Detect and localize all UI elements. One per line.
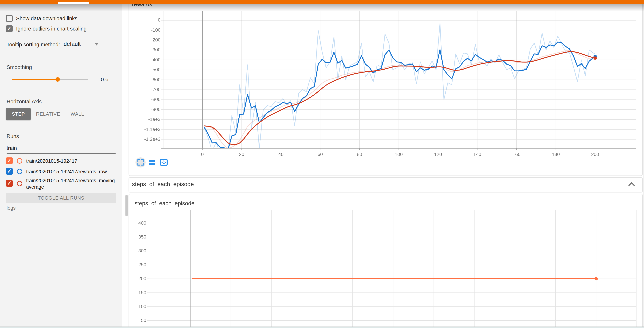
run-checkbox[interactable]: ✓ — [6, 168, 12, 174]
divider — [0, 57, 116, 57]
expand-chart-icon[interactable] — [137, 159, 144, 166]
x-tick-label: 80 — [348, 152, 370, 157]
runs-label: Runs — [6, 133, 19, 139]
x-tick-label: 40 — [270, 152, 292, 157]
tooltip-sorting-label: Tooltip sorting method: — [6, 42, 60, 48]
x-tick-label: 100 — [388, 152, 410, 157]
data-table-icon[interactable] — [149, 159, 156, 166]
y-tick-label: 0 — [131, 17, 160, 23]
smoothing-slider[interactable] — [12, 79, 88, 80]
x-tick-label: 60 — [309, 152, 331, 157]
logdir-label: logs — [6, 205, 16, 211]
show-download-links-checkbox[interactable] — [6, 15, 12, 22]
haxis-relative-button[interactable]: RELATIVE — [36, 108, 60, 120]
divider — [0, 129, 116, 129]
ignore-outliers-row: ✓ Ignore outliers in chart scaling — [0, 25, 122, 32]
y-tick-label: -900 — [131, 107, 160, 112]
run-label: train/20201015-192417/rewards_raw — [26, 168, 118, 175]
x-tick-label: 200 — [584, 152, 606, 157]
horizontal-axis-label: Horizontal Axis — [6, 99, 42, 105]
steps-section-title: steps_of_each_episode — [132, 181, 194, 187]
smoothing-value-input[interactable]: 0.6 — [94, 76, 116, 83]
run-row[interactable]: ✓ train/20201015-192417 — [0, 158, 122, 165]
run-filter-input[interactable]: train — [6, 145, 17, 151]
run-checkbox[interactable]: ✓ — [6, 158, 12, 164]
smoothing-slider-thumb[interactable] — [56, 77, 60, 82]
y-tick-label: -700 — [131, 87, 160, 92]
x-tick-label: 120 — [427, 152, 449, 157]
run-row[interactable]: ✓ train/20201015-192417/rewards_raw — [0, 168, 122, 175]
main-scrollbar-track[interactable] — [643, 4, 644, 328]
check-icon: ✓ — [7, 158, 12, 164]
y-tick-label: -300 — [131, 47, 160, 53]
run-label: train/20201015-192417 — [26, 158, 118, 164]
chevron-down-icon[interactable] — [94, 43, 98, 45]
collapse-chevron-up-icon[interactable] — [628, 182, 635, 186]
y-tick-label: -800 — [131, 97, 160, 102]
haxis-wall-button[interactable]: WALL — [69, 108, 86, 120]
check-icon: ✓ — [7, 168, 12, 174]
sidebar-scrollbar-track — [122, 4, 128, 328]
check-icon: ✓ — [7, 25, 12, 31]
y-tick-label: -400 — [131, 57, 160, 63]
smoothing-label: Smoothing — [6, 64, 32, 70]
active-tab-indicator — [58, 2, 89, 4]
run-row[interactable]: ✓ train/20201015-192417/rewards_moving_a… — [0, 177, 122, 191]
settings-sidebar: Show data download links ✓ Ignore outlie… — [0, 4, 122, 328]
y-tick-label: -100 — [131, 27, 160, 33]
run-filter-underline — [6, 153, 116, 154]
ignore-outliers-checkbox[interactable]: ✓ — [6, 25, 12, 32]
y-tick-label: -1.1e+3 — [131, 127, 160, 132]
tooltip-sorting-select[interactable]: default — [64, 41, 81, 47]
steps-section-header[interactable] — [128, 177, 643, 192]
y-tick-label: -1.2e+3 — [131, 137, 160, 142]
smoothing-value-underline — [94, 84, 116, 84]
x-tick-label: 160 — [506, 152, 528, 157]
run-color-circle[interactable] — [17, 169, 22, 174]
smoothing-slider-fill — [12, 79, 58, 80]
toggle-all-runs-button[interactable]: TOGGLE ALL RUNS — [6, 193, 116, 203]
haxis-step-button[interactable]: STEP — [6, 108, 31, 120]
show-download-links-label: Show data download links — [16, 15, 77, 21]
x-tick-label: 180 — [545, 152, 567, 157]
y-tick-label: -500 — [131, 67, 160, 72]
x-tick-label: 0 — [192, 152, 214, 157]
y-tick-label: -600 — [131, 77, 160, 83]
steps-plot-area[interactable] — [149, 210, 636, 327]
run-color-circle[interactable] — [17, 181, 22, 186]
sidebar-scrollbar-thumb[interactable] — [126, 195, 128, 216]
rewards-plot-area[interactable] — [163, 10, 636, 148]
y-tick-label: -200 — [131, 37, 160, 43]
y-tick-label: -1e+3 — [131, 117, 160, 122]
x-tick-label: 20 — [231, 152, 253, 157]
fit-domain-icon[interactable] — [160, 159, 168, 166]
show-download-links-row: Show data download links — [0, 15, 122, 22]
check-icon: ✓ — [7, 180, 12, 186]
divider — [0, 93, 116, 93]
app-toolbar — [0, 0, 644, 4]
tooltip-sorting-underline — [63, 49, 102, 49]
x-tick-label: 140 — [466, 152, 488, 157]
steps-chart-title: steps_of_each_episode — [134, 200, 194, 207]
run-label: train/20201015-192417/rewards_moving_ave… — [26, 177, 118, 190]
run-checkbox[interactable]: ✓ — [6, 180, 12, 187]
run-color-circle[interactable] — [17, 158, 22, 164]
ignore-outliers-label: Ignore outliers in chart scaling — [16, 26, 86, 32]
